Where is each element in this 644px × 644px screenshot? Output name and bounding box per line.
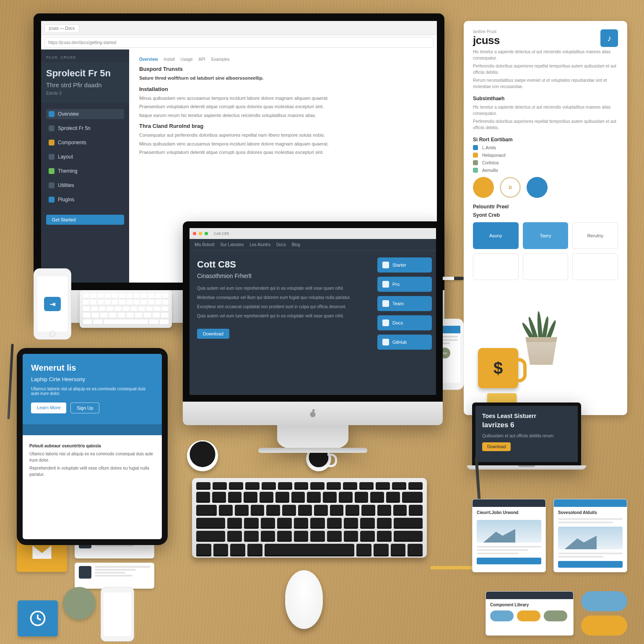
sidebar-item-5[interactable]: Utilities bbox=[46, 180, 124, 190]
front-side-cards: Starter Pro Team Docs GitHub bbox=[373, 251, 436, 395]
front-paragraph: Excepteur sint occaecat cupidatat non pr… bbox=[197, 304, 366, 310]
sheet-brand: jcuss bbox=[473, 34, 500, 47]
sheet-section: Si Rort Eortibam bbox=[473, 137, 618, 143]
sheet-section: Subsimthaeh bbox=[473, 96, 618, 101]
doc-paragraph: Praesentium voluptatum deleniti atque co… bbox=[139, 149, 427, 156]
front-subtitle: Cinasothmion Frherlt bbox=[197, 273, 366, 279]
docs-sidebar: PLUS. CRUSS Sprolecit Fr 5n Thre strd Pf… bbox=[41, 49, 129, 283]
laptop: Toes Least Sistuerr Iavrizes 6 Quibusdam… bbox=[472, 402, 581, 475]
card-icon bbox=[382, 281, 389, 288]
doc-paragraph: Itaque earum rerum hic tenetur sapiente … bbox=[139, 112, 427, 119]
pill-row: Component Library bbox=[486, 591, 627, 636]
sidebar-item-3[interactable]: Layout bbox=[46, 152, 124, 162]
mini-card[interactable] bbox=[572, 253, 618, 280]
nav-item[interactable]: Docs bbox=[276, 242, 286, 247]
sidebar-cta[interactable]: Get Started bbox=[46, 215, 124, 225]
sheet-intro: Hic tenetur a sapiente delectus ut aut r… bbox=[473, 49, 618, 61]
tablet-left: Wenerut lis Laphip Cirte Heersony Ullamc… bbox=[17, 348, 168, 545]
sidebar-item-6[interactable]: Plugins bbox=[46, 195, 124, 205]
color-circles: D bbox=[473, 177, 618, 198]
front-title: Cott C8S bbox=[197, 259, 366, 270]
sidebar-hero-subtitle: Thre strd Pfir daadn bbox=[46, 81, 124, 88]
doc-paragraph: Minus quibusdam vero accusamus tempora i… bbox=[139, 140, 427, 148]
doc-lead: Sature thred wolfthurn od latubort sine … bbox=[139, 75, 427, 82]
doc-heading: Buxpord Trunsts bbox=[139, 66, 427, 72]
tag-row: Corlintos bbox=[473, 160, 618, 165]
pill bbox=[581, 615, 627, 636]
nav-item[interactable]: Blog bbox=[292, 242, 300, 247]
imac-front: Cott C8S Mis Bobott Sur Latostes Les Aiu… bbox=[183, 221, 443, 453]
tag-row: Hetisponacd bbox=[473, 153, 618, 158]
doc-nav-item[interactable]: Usage bbox=[181, 57, 193, 62]
nav-item[interactable]: Mis Bobott bbox=[195, 242, 214, 247]
side-card[interactable]: Pro bbox=[377, 277, 432, 292]
sheet-section: Pelounttr Preel bbox=[473, 204, 618, 210]
tag-row: L.Amits bbox=[473, 145, 618, 150]
front-paragraph: Quis autem vel eum iure reprehenderit qu… bbox=[197, 313, 366, 319]
business-card bbox=[75, 563, 154, 589]
tablet-strip bbox=[23, 424, 162, 435]
pen bbox=[7, 344, 13, 419]
mock-card: Sovesolond Alduits bbox=[553, 499, 627, 572]
keyboard-small bbox=[80, 290, 172, 328]
front-paragraph: Molestiae consequatur vel illum qui dolo… bbox=[197, 294, 366, 301]
sheet-section: Syont Creb bbox=[473, 212, 618, 218]
front-paragraph: Quis autem vel eum iure reprehenderit qu… bbox=[197, 285, 366, 292]
circle-swatch: D bbox=[500, 177, 521, 198]
mini-card[interactable]: Rerutny bbox=[572, 222, 618, 249]
browser-url-bar[interactable]: https://jcuss.dev/docs/getting-started bbox=[44, 37, 434, 48]
tablet-primary-btn[interactable]: Learn More bbox=[31, 402, 66, 413]
chat-icon: ⇥ bbox=[44, 297, 61, 311]
mini-card[interactable]: Taery bbox=[523, 222, 569, 249]
apple-logo-icon bbox=[309, 409, 317, 418]
sidebar-item-2[interactable]: Components bbox=[46, 138, 124, 148]
mock-card: Cieurrt.Jobn Urwond bbox=[472, 499, 546, 572]
side-card[interactable]: Docs bbox=[377, 315, 432, 330]
sheet-text: Perferendis doloribus asperiores repella… bbox=[473, 118, 618, 131]
card-icon bbox=[382, 300, 389, 307]
side-card[interactable]: GitHub bbox=[377, 335, 432, 350]
sidebar-version: Edrols 3 bbox=[46, 91, 124, 96]
pill bbox=[581, 591, 627, 611]
doc-nav-item[interactable]: API bbox=[199, 57, 205, 62]
tile-clock bbox=[18, 600, 58, 636]
mini-card[interactable] bbox=[523, 253, 569, 280]
doc-paragraph: Minus quibusdam vero accusamus tempora i… bbox=[139, 95, 427, 102]
sidebar-item-4[interactable]: Theming bbox=[46, 166, 124, 176]
doc-nav-item[interactable]: Install bbox=[164, 57, 174, 62]
mock-row: Cieurrt.Jobn Urwond Sovesolond Alduits bbox=[472, 499, 627, 572]
sheet-text: Hic tenetur a sapiente delectus ut aut r… bbox=[473, 104, 618, 117]
sidebar-item-0[interactable]: Overview bbox=[46, 109, 124, 119]
browser-tab[interactable]: jcuss — Docs bbox=[44, 24, 79, 32]
card-icon bbox=[382, 339, 389, 345]
doc-section-title: Thra Cland Rurolnd brag bbox=[139, 123, 427, 129]
side-card[interactable]: Team bbox=[377, 296, 432, 311]
nav-item[interactable]: Sur Latostes bbox=[220, 242, 244, 247]
mini-card[interactable]: Asuny bbox=[473, 222, 519, 249]
card-icon bbox=[382, 262, 389, 268]
front-cta[interactable]: Download bbox=[197, 329, 229, 339]
doc-nav-item[interactable]: Examples bbox=[211, 57, 230, 62]
phone-bottom bbox=[101, 587, 134, 641]
sheet-intro: Rerum necessitatibus saepe eveniet ut et… bbox=[473, 77, 618, 90]
sheet-kicker: lanttrie Prust bbox=[473, 29, 500, 34]
side-card[interactable]: Starter bbox=[377, 257, 432, 273]
front-tab[interactable]: Cott C8S bbox=[214, 231, 229, 236]
nav-item[interactable]: Les Aiuntrs bbox=[249, 242, 270, 247]
laptop-eyebrow: Toes Least Sistuerr bbox=[482, 413, 571, 419]
sidebar-eyebrow: PLUS. CRUSS bbox=[46, 55, 124, 60]
tablet-footer: Pelouti aubeaur oseuntritris qatosla bbox=[29, 443, 155, 449]
tablet-secondary-btn[interactable]: Sign Up bbox=[70, 402, 99, 413]
mouse bbox=[285, 570, 323, 629]
mock-card: Component Library bbox=[486, 591, 574, 636]
plant bbox=[514, 302, 569, 365]
laptop-title: Iavrizes 6 bbox=[482, 421, 571, 429]
mini-card[interactable] bbox=[473, 253, 519, 280]
doc-nav-item[interactable]: Overview bbox=[139, 57, 158, 62]
clock-icon bbox=[29, 609, 47, 628]
sidebar-item-1[interactable]: Sprolecit Fr 5n bbox=[46, 123, 124, 133]
laptop-cta[interactable]: Download bbox=[482, 442, 511, 451]
doc-top-nav: Overview Install Usage API Examples bbox=[139, 57, 427, 62]
sidebar-hero-title: Sprolecit Fr 5n bbox=[46, 68, 124, 79]
doc-paragraph: Praesentium voluptatum deleniti atque co… bbox=[139, 103, 427, 110]
